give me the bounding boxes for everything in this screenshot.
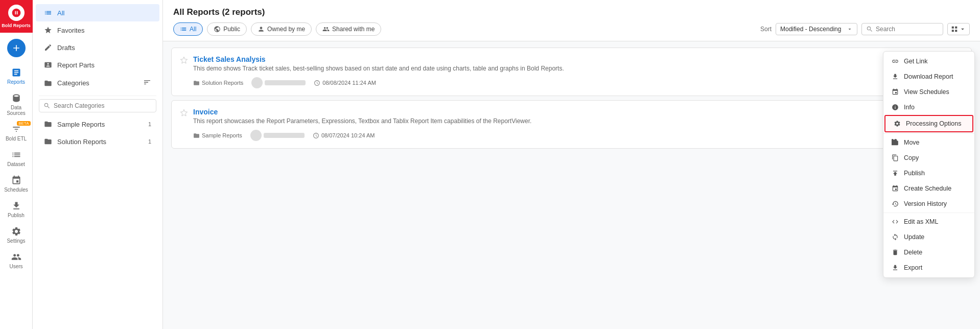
- nav-item-boldetl-label: Bold ETL: [6, 136, 27, 142]
- context-divider-2: [883, 213, 974, 213]
- grid-view-icon: [951, 26, 958, 33]
- create-schedule-icon: [892, 185, 899, 192]
- context-export[interactable]: Export: [883, 260, 974, 275]
- nav-item-dataset[interactable]: Dataset: [0, 146, 33, 171]
- context-edit-as-xml[interactable]: Edit as XML: [883, 214, 974, 229]
- context-get-link[interactable]: Get Link: [883, 54, 974, 69]
- report-folder-ticket-sales: Solution Reports: [193, 80, 243, 86]
- filter-all[interactable]: All: [173, 22, 203, 36]
- solution-reports-badge: 1: [148, 138, 151, 145]
- nav-item-reports-label: Reports: [7, 79, 25, 85]
- context-get-link-label: Get Link: [904, 58, 928, 65]
- filter-owned-label: Owned by me: [267, 26, 305, 33]
- favorite-button-ticket-sales[interactable]: [180, 56, 188, 66]
- filter-owned-by-me[interactable]: Owned by me: [251, 22, 312, 36]
- report-desc-invoice: This report showcases the Report Paramet…: [193, 118, 963, 125]
- context-create-schedule[interactable]: Create Schedule: [883, 181, 974, 196]
- filter-public[interactable]: Public: [207, 22, 247, 36]
- nav-item-reports[interactable]: Reports: [0, 63, 33, 89]
- categories-sort-icon[interactable]: [143, 78, 151, 88]
- main-header: All Reports (2 reports) All Public Owned…: [163, 0, 980, 41]
- search-input[interactable]: [876, 26, 937, 33]
- chevron-down-icon: [847, 26, 853, 32]
- delete-icon: [892, 249, 899, 256]
- search-icon: [866, 26, 873, 33]
- search-categories-input[interactable]: [54, 102, 152, 109]
- filter-shared-with-me[interactable]: Shared with me: [316, 22, 381, 36]
- report-title-invoice[interactable]: Invoice: [193, 108, 963, 116]
- report-avatar-invoice: [250, 130, 305, 141]
- context-processing-options[interactable]: Processing Options: [884, 115, 973, 132]
- context-view-schedules[interactable]: View Schedules: [883, 84, 974, 100]
- context-version-history[interactable]: Version History: [883, 196, 974, 212]
- chevron-view-icon: [959, 26, 966, 33]
- info-icon: [892, 104, 899, 111]
- context-publish[interactable]: Publish: [883, 166, 974, 181]
- sort-dropdown[interactable]: Modified - Descending: [776, 23, 857, 35]
- sidebar-categories-label: Categories: [57, 79, 89, 87]
- filter-public-label: Public: [223, 26, 240, 33]
- sidebar-search-box[interactable]: [39, 99, 156, 112]
- view-toggle[interactable]: [947, 23, 970, 35]
- nav-item-publish-label: Publish: [8, 213, 25, 218]
- report-folder-invoice: Sample Reports: [193, 132, 242, 139]
- sidebar-item-sample-reports[interactable]: Sample Reports 1: [36, 115, 159, 133]
- report-card-invoice: Invoice This report showcases the Report…: [171, 100, 972, 149]
- page-title: All Reports (2 reports): [173, 7, 970, 17]
- nav-item-settings[interactable]: Settings: [0, 222, 33, 248]
- context-update[interactable]: Update: [883, 229, 974, 245]
- sidebar-item-all[interactable]: All: [36, 4, 159, 21]
- context-view-schedules-label: View Schedules: [904, 88, 949, 96]
- context-info[interactable]: Info: [883, 100, 974, 115]
- beta-badge: BETA: [17, 121, 30, 126]
- sidebar-item-report-parts[interactable]: Report Parts: [36, 56, 159, 74]
- timestamp-label: 08/07/2024 10:24 AM: [321, 132, 375, 138]
- search-box[interactable]: [861, 23, 943, 35]
- context-create-schedule-label: Create Schedule: [904, 185, 951, 192]
- add-button[interactable]: [7, 39, 26, 57]
- nav-item-schedules-label: Schedules: [4, 187, 28, 193]
- nav-item-schedules[interactable]: Schedules: [0, 171, 33, 197]
- context-move[interactable]: Move: [883, 135, 974, 150]
- user-name-blur: [265, 80, 306, 85]
- sidebar-item-solution-reports[interactable]: Solution Reports 1: [36, 133, 159, 150]
- sidebar-item-drafts[interactable]: Drafts: [36, 39, 159, 56]
- context-version-history-label: Version History: [904, 200, 947, 207]
- nav-item-users-label: Users: [9, 264, 22, 269]
- history-icon: [892, 200, 899, 207]
- sidebar-solution-reports-label: Solution Reports: [57, 138, 106, 146]
- context-delete[interactable]: Delete: [883, 245, 974, 260]
- folder-label: Solution Reports: [202, 80, 243, 86]
- report-list: Ticket Sales Analysis This demo shows Tr…: [163, 41, 980, 329]
- context-update-label: Update: [904, 233, 924, 241]
- move-icon: [892, 139, 899, 146]
- context-edit-xml-label: Edit as XML: [904, 218, 938, 225]
- context-divider-1: [883, 133, 974, 134]
- nav-item-data-sources[interactable]: Data Sources: [0, 89, 33, 120]
- context-download-report[interactable]: Download Report: [883, 69, 974, 84]
- context-info-label: Info: [904, 104, 915, 111]
- report-timestamp-invoice: 08/07/2024 10:24 AM: [313, 132, 375, 139]
- context-export-label: Export: [904, 264, 922, 271]
- sort-value: Modified - Descending: [780, 26, 841, 33]
- favorite-button-invoice[interactable]: [180, 109, 188, 119]
- context-download-label: Download Report: [904, 73, 953, 80]
- context-move-label: Move: [904, 139, 920, 146]
- context-delete-label: Delete: [904, 249, 922, 256]
- nav-item-publish[interactable]: Publish: [0, 197, 33, 222]
- user-avatar: [250, 130, 262, 141]
- context-menu: Get Link Download Report View Schedules …: [883, 51, 975, 278]
- nav-item-datasources-label: Data Sources: [2, 105, 31, 116]
- context-copy[interactable]: Copy: [883, 150, 974, 166]
- context-copy-label: Copy: [904, 154, 919, 161]
- nav-item-users[interactable]: Users: [0, 248, 33, 273]
- report-desc-ticket-sales: This demo shows Track ticket sales, best…: [193, 65, 963, 72]
- context-processing-options-label: Processing Options: [906, 120, 961, 127]
- sample-reports-badge: 1: [148, 121, 151, 127]
- sidebar-item-categories[interactable]: Categories: [36, 74, 159, 92]
- publish-icon: [892, 170, 899, 177]
- nav-item-bold-etl[interactable]: Bold ETL BETA: [0, 120, 33, 146]
- report-title-ticket-sales[interactable]: Ticket Sales Analysis: [193, 55, 963, 63]
- sidebar-divider: [39, 96, 156, 96]
- sidebar-item-favorites[interactable]: Favorites: [36, 21, 159, 39]
